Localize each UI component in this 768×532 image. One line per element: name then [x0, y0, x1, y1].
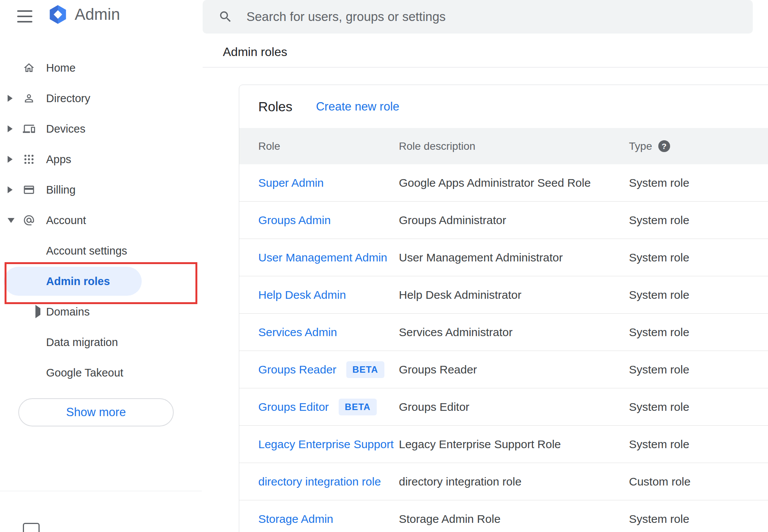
- roles-title: Roles: [258, 99, 292, 114]
- sidebar-item-account[interactable]: Account: [0, 205, 202, 236]
- sidebar-item-label: Google Takeout: [46, 367, 123, 379]
- home-icon: [23, 62, 46, 74]
- role-cell: Storage Admin: [258, 513, 399, 526]
- search-icon: [218, 10, 233, 24]
- sidebar-item-label: Account: [46, 214, 86, 227]
- menu-hamburger-icon[interactable]: [17, 10, 32, 22]
- role-link[interactable]: directory integration role: [258, 475, 381, 488]
- column-type-label: Type: [629, 140, 652, 152]
- sidebar-item-label: Home: [46, 62, 75, 74]
- roles-table-body: Super AdminGoogle Apps Administrator See…: [239, 164, 768, 532]
- sidebar-item-label: Account settings: [46, 245, 127, 257]
- chevron-right-icon[interactable]: [35, 308, 40, 315]
- roles-card-header: Roles Create new role: [239, 85, 768, 128]
- sidebar-item-billing[interactable]: Billing: [0, 175, 202, 205]
- apps-icon: [23, 153, 46, 165]
- sidebar-item-label: Apps: [46, 153, 71, 166]
- role-type: System role: [629, 251, 768, 264]
- sidebar-item-label: Domains: [46, 306, 90, 318]
- role-cell: Groups ReaderBETA: [258, 361, 399, 378]
- role-link[interactable]: Help Desk Admin: [258, 288, 346, 301]
- role-cell: Groups EditorBETA: [258, 399, 399, 415]
- sidebar-nav: HomeDirectoryDevicesAppsBillingAccountAc…: [0, 53, 202, 388]
- role-description: directory integration role: [399, 475, 629, 488]
- roles-table-header: Role Role description Type ?: [239, 128, 768, 164]
- create-new-role-link[interactable]: Create new role: [316, 100, 399, 114]
- role-cell: Super Admin: [258, 176, 399, 189]
- chevron-down-icon[interactable]: [0, 218, 23, 223]
- sidebar-item-account-settings[interactable]: Account settings: [0, 236, 202, 266]
- app-logo[interactable]: Admin: [47, 4, 120, 25]
- role-link[interactable]: Legacy Enterprise Support: [258, 438, 394, 451]
- role-link[interactable]: Groups Editor: [258, 401, 329, 413]
- help-icon[interactable]: ?: [658, 140, 670, 152]
- sidebar-item-directory[interactable]: Directory: [0, 83, 202, 114]
- app-title: Admin: [75, 5, 120, 24]
- main-divider: [203, 67, 768, 67]
- role-type: System role: [629, 438, 768, 451]
- role-link[interactable]: Storage Admin: [258, 513, 333, 526]
- table-row: Services AdminServices AdministratorSyst…: [239, 314, 768, 351]
- sidebar-item-google-takeout[interactable]: Google Takeout: [0, 357, 202, 388]
- chevron-right-icon[interactable]: [0, 186, 23, 193]
- role-type: System role: [629, 363, 768, 376]
- beta-badge: BETA: [339, 399, 377, 415]
- beta-badge: BETA: [346, 361, 384, 378]
- chevron-right-icon[interactable]: [0, 156, 23, 163]
- admin-hexagon-icon: [47, 4, 69, 25]
- table-row: Super AdminGoogle Apps Administrator See…: [239, 164, 768, 202]
- table-row: Groups EditorBETAGroups EditorSystem rol…: [239, 388, 768, 426]
- sidebar-item-label: Data migration: [46, 336, 118, 349]
- search-input[interactable]: [246, 9, 753, 24]
- role-type: System role: [629, 326, 768, 339]
- table-row: Storage AdminStorage Admin RoleSystem ro…: [239, 500, 768, 532]
- role-type: System role: [629, 513, 768, 526]
- sidebar-item-home[interactable]: Home: [0, 53, 202, 83]
- sidebar-item-domains[interactable]: Domains: [0, 296, 202, 327]
- chevron-right-icon[interactable]: [0, 125, 23, 132]
- sidebar-item-data-migration[interactable]: Data migration: [0, 327, 202, 357]
- sidebar-item-apps[interactable]: Apps: [0, 144, 202, 175]
- devices-icon: [23, 123, 46, 135]
- directory-icon: [23, 92, 46, 104]
- sidebar-item-devices[interactable]: Devices: [0, 114, 202, 144]
- role-link[interactable]: Groups Reader: [258, 363, 336, 376]
- cut-off-icon: [23, 523, 40, 532]
- role-link[interactable]: Services Admin: [258, 326, 337, 339]
- sidebar-divider: [0, 491, 202, 491]
- table-row: Groups ReaderBETAGroups ReaderSystem rol…: [239, 351, 768, 388]
- table-row: User Management AdminUser Management Adm…: [239, 239, 768, 276]
- role-link[interactable]: Groups Admin: [258, 214, 331, 227]
- role-description: Storage Admin Role: [399, 513, 629, 526]
- role-type: Custom role: [629, 475, 768, 488]
- breadcrumb: Admin roles: [223, 45, 287, 59]
- sidebar-item-label: Billing: [46, 184, 75, 196]
- role-type: System role: [629, 214, 768, 227]
- sidebar-item-label: Devices: [46, 123, 85, 135]
- billing-icon: [23, 184, 46, 196]
- show-more-button[interactable]: Show more: [18, 398, 174, 426]
- column-role-description: Role description: [399, 140, 629, 152]
- role-cell: Help Desk Admin: [258, 288, 399, 301]
- sidebar: Admin HomeDirectoryDevicesAppsBillingAcc…: [0, 0, 202, 532]
- role-type: System role: [629, 401, 768, 413]
- search-bar[interactable]: [203, 0, 753, 34]
- role-description: Services Administrator: [399, 326, 629, 339]
- role-description: Groups Editor: [399, 401, 629, 413]
- role-cell: directory integration role: [258, 475, 399, 488]
- role-link[interactable]: Super Admin: [258, 176, 324, 189]
- table-row: Legacy Enterprise SupportLegacy Enterpri…: [239, 426, 768, 463]
- role-description: Google Apps Administrator Seed Role: [399, 176, 629, 189]
- role-description: Legacy Enterprise Support Role: [399, 438, 629, 451]
- role-link[interactable]: User Management Admin: [258, 251, 387, 264]
- role-cell: Groups Admin: [258, 214, 399, 227]
- column-role: Role: [258, 140, 399, 152]
- table-row: Help Desk AdminHelp Desk AdministratorSy…: [239, 276, 768, 314]
- role-type: System role: [629, 176, 768, 189]
- chevron-right-icon[interactable]: [0, 95, 23, 102]
- account-icon: [23, 214, 46, 226]
- column-type: Type ?: [629, 140, 768, 152]
- sidebar-item-admin-roles[interactable]: Admin roles: [0, 266, 202, 296]
- role-type: System role: [629, 288, 768, 301]
- role-description: Groups Administrator: [399, 214, 629, 227]
